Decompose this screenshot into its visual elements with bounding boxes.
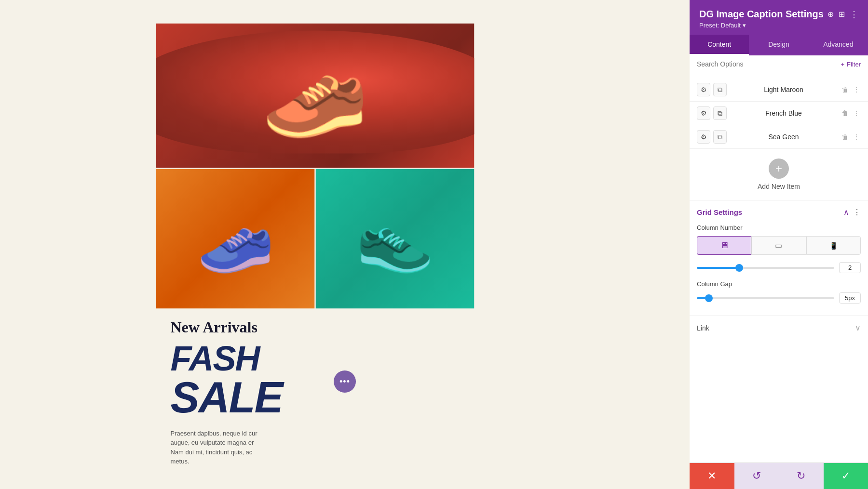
link-label: Link (697, 324, 709, 332)
cancel-button[interactable]: ✕ (690, 463, 734, 489)
grid-settings-header-controls: ∧ ⋮ (843, 208, 861, 217)
image-cell-red-shoe (156, 23, 475, 168)
undo-button[interactable]: ↺ (734, 463, 779, 489)
image-cell-green-shoe (316, 169, 475, 308)
filter-icon: + (841, 61, 845, 68)
preset-settings-btn-sea-geen[interactable]: ⚙ (697, 130, 710, 144)
cancel-icon: ✕ (707, 470, 716, 482)
preset-copy-btn-light-maroon[interactable]: ⧉ (713, 83, 727, 96)
settings-icon-2: ⚙ (701, 109, 707, 117)
panel-title-icons: ⊕ ⊞ ⋮ (827, 9, 858, 20)
image-cell-blue-shoe (156, 169, 315, 308)
desktop-icon: 🖥 (720, 240, 729, 251)
preset-icons-light-maroon: ⚙ ⧉ (697, 83, 727, 96)
image-grid (156, 23, 475, 308)
sale-line2-text: SALE (171, 375, 262, 419)
mobile-device-btn[interactable]: 📱 (806, 236, 861, 255)
confirm-button[interactable]: ✓ (824, 463, 868, 489)
panel-title-text: DG Image Caption Settings (699, 9, 824, 20)
grid-settings-section: Grid Settings ∧ ⋮ Column Number 🖥 ▭ 📱 (690, 200, 868, 316)
preset-item-sea-geen: ⚙ ⧉ Sea Geen 🗑 ⋮ (690, 125, 868, 149)
tablet-device-btn[interactable]: ▭ (751, 236, 806, 255)
add-new-item-button[interactable]: + (769, 159, 789, 179)
panel-preset-label[interactable]: Preset: Default ▾ (699, 22, 858, 29)
search-bar: + Filter (690, 55, 868, 73)
preset-actions-light-maroon: 🗑 ⋮ (841, 85, 861, 94)
preset-delete-btn-sea-geen[interactable]: 🗑 (841, 132, 849, 142)
dots-icon: ••• (339, 377, 350, 387)
preset-delete-btn-french-blue[interactable]: 🗑 (841, 108, 849, 118)
preset-name-sea-geen: Sea Geen (731, 133, 837, 141)
column-slider-thumb[interactable] (735, 264, 743, 272)
preset-item-light-maroon: ⚙ ⧉ Light Maroon 🗑 ⋮ (690, 78, 868, 102)
column-gap-slider-thumb[interactable] (705, 294, 713, 302)
column-slider-track[interactable] (697, 267, 834, 269)
preset-settings-btn-light-maroon[interactable]: ⚙ (697, 83, 710, 96)
floating-dots-button[interactable]: ••• (334, 370, 356, 393)
right-panel: DG Image Caption Settings ⊕ ⊞ ⋮ Preset: … (690, 0, 868, 489)
desktop-device-btn[interactable]: 🖥 (697, 236, 751, 255)
grid-settings-header: Grid Settings ∧ ⋮ (697, 208, 861, 217)
filter-button[interactable]: + Filter (841, 61, 861, 68)
preset-actions-french-blue: 🗑 ⋮ (841, 108, 861, 118)
column-slider-value[interactable]: 2 (839, 262, 861, 273)
canvas-content: New Arrivals FASH SALE Praesent dapibus,… (156, 23, 576, 466)
preset-name-light-maroon: Light Maroon (731, 86, 837, 93)
preset-more-btn-french-blue[interactable]: ⋮ (852, 108, 861, 118)
column-gap-label: Column Gap (697, 280, 861, 288)
fashion-line1-text: FASH (171, 341, 262, 375)
link-chevron-down-icon: ∨ (855, 323, 861, 332)
grid-settings-title: Grid Settings (697, 208, 742, 216)
preset-more-btn-sea-geen[interactable]: ⋮ (852, 132, 861, 142)
copy-icon-3: ⧉ (718, 133, 722, 141)
description-text: Praesent dapibus, neque id cur augue, eu… (171, 428, 262, 466)
grid-settings-collapse-btn[interactable]: ∧ (843, 208, 849, 217)
add-new-item-label: Add New Item (758, 183, 800, 190)
undo-icon: ↺ (752, 470, 761, 482)
add-new-item-section[interactable]: + Add New Item (690, 149, 868, 200)
panel-body: ⚙ ⧉ Light Maroon 🗑 ⋮ ⚙ ⧉ Fr (690, 73, 868, 463)
preset-icons-french-blue: ⚙ ⧉ (697, 106, 727, 120)
tablet-icon: ▭ (775, 241, 782, 250)
tab-content[interactable]: Content (690, 35, 749, 55)
red-shoe-image (156, 23, 475, 168)
blue-shoe-image (156, 169, 315, 308)
bottom-bar: ✕ ↺ ↻ ✓ (690, 463, 868, 489)
tab-advanced[interactable]: Advanced (809, 35, 868, 55)
panel-icon-target[interactable]: ⊕ (827, 9, 834, 20)
device-icon-group: 🖥 ▭ 📱 (697, 236, 861, 255)
plus-icon: + (775, 162, 782, 175)
tab-design[interactable]: Design (749, 35, 808, 55)
preset-item-french-blue: ⚙ ⧉ French Blue 🗑 ⋮ (690, 102, 868, 125)
canvas-area: New Arrivals FASH SALE Praesent dapibus,… (0, 0, 690, 489)
confirm-icon: ✓ (841, 470, 850, 482)
panel-title-row: DG Image Caption Settings ⊕ ⊞ ⋮ (699, 9, 858, 20)
preset-delete-btn-light-maroon[interactable]: 🗑 (841, 85, 849, 94)
preset-settings-btn-french-blue[interactable]: ⚙ (697, 106, 710, 120)
preset-more-btn-light-maroon[interactable]: ⋮ (852, 85, 861, 94)
green-shoe-image (316, 169, 475, 308)
redo-icon: ↻ (797, 470, 805, 482)
panel-tabs: Content Design Advanced (690, 35, 868, 55)
settings-icon-3: ⚙ (701, 133, 707, 141)
grid-settings-more-btn[interactable]: ⋮ (853, 208, 861, 217)
column-gap-slider-value[interactable]: 5px (839, 292, 861, 304)
new-arrivals-heading: New Arrivals (171, 318, 262, 336)
column-slider-fill (697, 267, 738, 269)
copy-icon: ⧉ (718, 86, 722, 94)
column-slider-row: 2 (697, 262, 861, 273)
panel-icon-more[interactable]: ⋮ (850, 9, 858, 20)
text-area: New Arrivals FASH SALE Praesent dapibus,… (171, 308, 262, 466)
filter-label: Filter (847, 61, 861, 68)
column-gap-slider-row: 5px (697, 292, 861, 304)
redo-button[interactable]: ↻ (779, 463, 824, 489)
mobile-icon: 📱 (829, 242, 838, 250)
column-gap-slider-track[interactable] (697, 297, 834, 299)
preset-name-french-blue: French Blue (731, 109, 837, 117)
preset-copy-btn-french-blue[interactable]: ⧉ (713, 106, 727, 120)
preset-icons-sea-geen: ⚙ ⧉ (697, 130, 727, 144)
panel-icon-grid[interactable]: ⊞ (839, 9, 845, 20)
search-input[interactable] (697, 60, 841, 68)
link-section[interactable]: Link ∨ (690, 316, 868, 340)
preset-copy-btn-sea-geen[interactable]: ⧉ (713, 130, 727, 144)
